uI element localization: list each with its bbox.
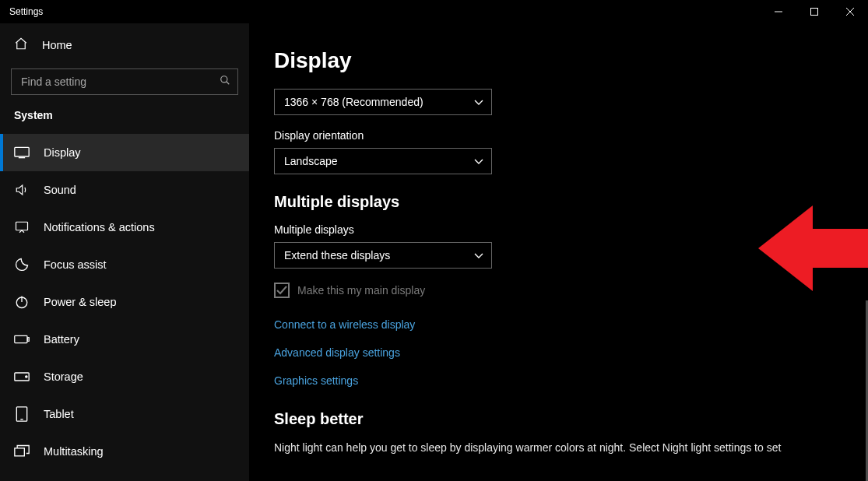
svg-rect-11 <box>15 335 27 342</box>
multiple-displays-label: Multiple displays <box>274 223 868 236</box>
sidebar: Home System Display Sound <box>0 23 249 481</box>
page-title: Display <box>274 48 868 73</box>
graphics-settings-link[interactable]: Graphics settings <box>274 374 868 387</box>
notifications-icon <box>14 219 30 235</box>
chevron-down-icon <box>474 96 483 108</box>
sidebar-item-multitasking[interactable]: Multitasking <box>0 433 249 470</box>
window-controls <box>761 0 868 23</box>
battery-icon <box>14 332 30 347</box>
multiple-displays-dropdown[interactable]: Extend these displays <box>274 242 492 269</box>
home-button[interactable]: Home <box>0 30 249 61</box>
sidebar-item-focus-assist[interactable]: Focus assist <box>0 246 249 283</box>
orientation-dropdown[interactable]: Landscape <box>274 148 492 174</box>
sidebar-item-storage[interactable]: Storage <box>0 358 249 395</box>
storage-icon <box>14 369 30 384</box>
sidebar-item-label: Tablet <box>44 408 74 420</box>
main-display-checkbox[interactable]: Make this my main display <box>274 283 868 298</box>
sound-icon <box>14 182 30 198</box>
multiple-displays-heading: Multiple displays <box>274 193 868 211</box>
sidebar-section-heading: System <box>0 109 249 121</box>
tablet-icon <box>14 406 30 422</box>
sidebar-item-sound[interactable]: Sound <box>0 171 249 209</box>
orientation-value: Landscape <box>284 155 338 167</box>
svg-point-14 <box>26 376 27 377</box>
multiple-displays-value: Extend these displays <box>284 249 390 262</box>
sidebar-item-label: Power & sleep <box>44 296 117 308</box>
search-icon <box>220 75 230 89</box>
home-icon <box>14 37 28 54</box>
resolution-value: 1366 × 768 (Recommended) <box>284 96 423 108</box>
display-icon <box>14 145 30 160</box>
svg-rect-17 <box>15 448 24 456</box>
svg-rect-8 <box>16 222 28 230</box>
annotation-arrow <box>758 205 868 294</box>
minimize-button[interactable] <box>761 0 796 23</box>
sidebar-item-battery[interactable]: Battery <box>0 321 249 358</box>
advanced-display-link[interactable]: Advanced display settings <box>274 346 868 359</box>
connect-wireless-link[interactable]: Connect to a wireless display <box>274 318 868 331</box>
chevron-down-icon <box>474 155 483 167</box>
maximize-button[interactable] <box>796 0 832 23</box>
search-input[interactable] <box>11 68 238 95</box>
sleep-better-text: Night light can help you get to sleep by… <box>274 441 835 456</box>
svg-point-4 <box>221 76 227 83</box>
chevron-down-icon <box>474 249 483 262</box>
svg-rect-1 <box>811 9 818 16</box>
sidebar-item-label: Display <box>44 146 81 159</box>
home-label: Home <box>42 39 72 51</box>
svg-line-5 <box>227 82 230 85</box>
sidebar-item-power-sleep[interactable]: Power & sleep <box>0 283 249 321</box>
sleep-better-heading: Sleep better <box>274 410 868 428</box>
window-title: Settings <box>9 6 43 17</box>
search-wrap <box>11 68 238 95</box>
sidebar-item-label: Sound <box>44 184 76 196</box>
sidebar-nav: Display Sound Notifications & actions Fo… <box>0 134 249 470</box>
sidebar-item-label: Storage <box>44 370 83 383</box>
sidebar-item-label: Multitasking <box>44 445 104 458</box>
checkbox-icon <box>274 283 290 298</box>
sidebar-item-label: Focus assist <box>44 258 107 271</box>
sidebar-item-display[interactable]: Display <box>0 134 249 171</box>
main-display-checkbox-label: Make this my main display <box>297 284 425 297</box>
svg-marker-18 <box>758 205 868 291</box>
titlebar: Settings <box>0 0 868 23</box>
orientation-label: Display orientation <box>274 129 868 142</box>
svg-rect-6 <box>15 147 29 156</box>
svg-rect-12 <box>28 338 30 342</box>
power-icon <box>14 294 30 310</box>
sidebar-item-notifications[interactable]: Notifications & actions <box>0 209 249 246</box>
main-content: Display 1366 × 768 (Recommended) Display… <box>249 23 868 481</box>
sidebar-item-label: Notifications & actions <box>44 221 155 233</box>
sidebar-item-label: Battery <box>44 333 79 346</box>
resolution-dropdown[interactable]: 1366 × 768 (Recommended) <box>274 89 492 115</box>
focus-assist-icon <box>14 257 30 272</box>
sidebar-item-tablet[interactable]: Tablet <box>0 395 249 433</box>
close-button[interactable] <box>832 0 868 23</box>
multitasking-icon <box>14 444 30 459</box>
